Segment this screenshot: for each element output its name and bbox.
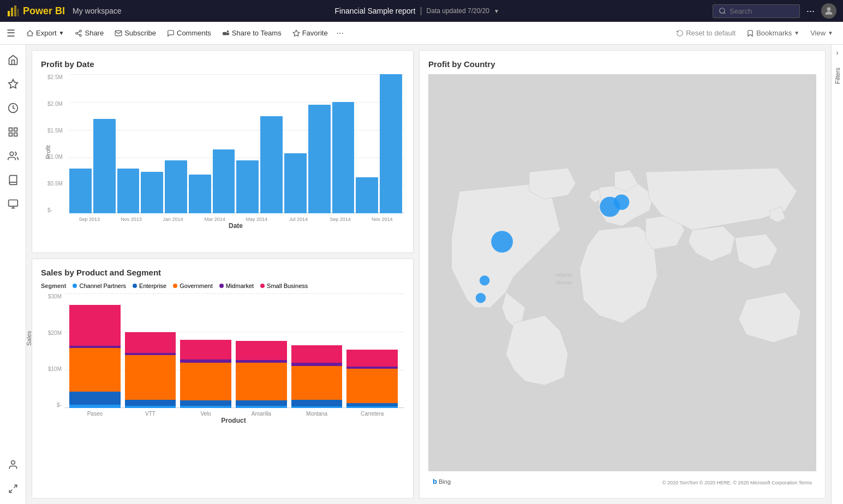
sidebar-item-recent[interactable]: [2, 97, 24, 119]
sales-y-axis-label: Sales: [26, 331, 32, 346]
data-updated-chevron[interactable]: ▼: [494, 8, 499, 14]
content-area: Profit by Date Profit $2.5M $2.0M $1.5M …: [26, 45, 831, 504]
map-container[interactable]: Atlantic Ocean: [428, 74, 816, 488]
top-nav: Power BI My workspace Financial Sample r…: [0, 0, 843, 22]
profit-by-country-title: Profit by Country: [428, 59, 816, 69]
bar-jan2014a[interactable]: [117, 169, 140, 213]
sales-y-20: $20M: [41, 330, 64, 336]
bing-b-icon: b: [433, 477, 437, 485]
bar-jul2014b[interactable]: [260, 116, 283, 214]
search-box[interactable]: [713, 4, 800, 18]
comments-button[interactable]: Comments: [163, 27, 216, 39]
bubble-germany[interactable]: [614, 194, 629, 209]
brand-name: Power BI: [23, 5, 65, 17]
y-label-0: $2.5M: [47, 74, 67, 80]
more-options-button[interactable]: ···: [806, 5, 815, 17]
y-label-5: $-: [47, 207, 67, 213]
bubble-central-america[interactable]: [476, 293, 486, 303]
bubble-canada[interactable]: [491, 231, 513, 253]
home-icon: [8, 55, 19, 65]
y-label-4: $0.5M: [47, 181, 67, 187]
sidebar: [0, 45, 26, 504]
reset-icon: [676, 29, 684, 37]
bar-amarilla[interactable]: [236, 339, 287, 408]
bar-sep2014a[interactable]: [284, 153, 307, 213]
collapse-button[interactable]: ›: [836, 49, 839, 57]
sidebar-item-shared[interactable]: [2, 145, 24, 167]
export-button[interactable]: Export ▼: [22, 27, 68, 39]
sales-x-labels: Paseo VTT Velo Amarilla Montana Carreter…: [65, 411, 402, 417]
bar-nov2014b[interactable]: [356, 177, 378, 213]
bar-sep2013[interactable]: [69, 169, 92, 213]
bar-jul2014a[interactable]: [236, 160, 259, 213]
teams-icon: [222, 29, 230, 37]
legend-small-business-label: Small Business: [267, 283, 308, 289]
svg-point-22: [10, 152, 14, 156]
bar-vtt[interactable]: [125, 332, 176, 409]
legend-enterprise-label: Enterprise: [139, 283, 166, 289]
svg-point-6: [827, 7, 831, 11]
y-label-1: $2.0M: [47, 101, 67, 107]
bar-paseo[interactable]: [69, 299, 121, 409]
export-icon: [26, 29, 34, 37]
bar-jan2015[interactable]: [380, 74, 402, 213]
filters-label[interactable]: Filters: [834, 68, 841, 84]
sidebar-item-learn[interactable]: [2, 169, 24, 191]
bar-may2014a[interactable]: [189, 175, 211, 213]
svg-line-5: [724, 13, 726, 14]
sales-title: Sales by Product and Segment: [41, 268, 404, 277]
star-icon: [8, 79, 19, 89]
share-teams-button[interactable]: Share to Teams: [218, 27, 286, 39]
reset-button[interactable]: Reset to default: [673, 27, 739, 39]
sales-y-0: $-: [41, 402, 64, 408]
svg-rect-18: [9, 128, 12, 131]
bar-may2014b[interactable]: [213, 149, 235, 213]
sales-x-axis-label: Product: [65, 417, 402, 424]
charts-area: Profit by Date Profit $2.5M $2.0M $1.5M …: [26, 45, 831, 504]
xl-may2014: May 2014: [237, 217, 277, 222]
hamburger-menu-icon[interactable]: ☰: [7, 27, 15, 39]
report-info: Financial Sample report | Data updated 7…: [335, 6, 499, 16]
search-input[interactable]: [730, 7, 790, 15]
bar-velo[interactable]: [180, 339, 231, 408]
sidebar-item-expand[interactable]: [2, 478, 24, 500]
bar-montana[interactable]: [291, 345, 343, 409]
xl-vtt: VTT: [125, 411, 176, 417]
bookmarks-chevron: ▼: [794, 30, 799, 36]
sidebar-item-home[interactable]: [2, 49, 24, 71]
svg-rect-12: [223, 32, 226, 35]
channel-partners-dot: [73, 284, 77, 288]
subscribe-button[interactable]: Subscribe: [110, 27, 160, 39]
svg-rect-2: [14, 5, 16, 16]
svg-marker-16: [8, 80, 17, 88]
svg-rect-14: [226, 32, 229, 35]
bar-carretera[interactable]: [346, 349, 398, 408]
bar-jan2014b[interactable]: [141, 172, 163, 214]
sidebar-item-apps[interactable]: [2, 121, 24, 143]
svg-line-10: [77, 33, 80, 34]
bookmarks-button[interactable]: Bookmarks ▼: [743, 27, 803, 39]
favorite-button[interactable]: Favorite: [288, 27, 332, 39]
svg-point-26: [11, 461, 15, 465]
view-button[interactable]: View ▼: [807, 27, 836, 39]
bar-nov2013[interactable]: [93, 119, 116, 213]
svg-rect-19: [14, 128, 17, 131]
segment-label: Segment: [41, 283, 66, 289]
sidebar-item-favorites[interactable]: [2, 73, 24, 95]
bar-sep2014b[interactable]: [308, 105, 331, 213]
svg-line-27: [14, 485, 16, 488]
bar-nov2014a[interactable]: [332, 102, 355, 213]
sidebar-item-profile[interactable]: [2, 454, 24, 476]
workspace-label[interactable]: My workspace: [73, 7, 121, 15]
avatar[interactable]: [821, 3, 836, 19]
toolbar-more[interactable]: ···: [334, 28, 346, 38]
sidebar-item-workspaces[interactable]: [2, 193, 24, 215]
legend-enterprise: Enterprise: [133, 283, 166, 289]
share-button[interactable]: Share: [70, 27, 108, 39]
bar-mar2014[interactable]: [165, 160, 187, 213]
map-copyright: © 2020 TomTom © 2020 HERE. © 2020 Micros…: [662, 480, 812, 485]
svg-rect-23: [8, 200, 17, 207]
legend-midmarket-label: Midmarket: [226, 283, 254, 289]
view-label: View: [810, 29, 826, 37]
bubble-mexico[interactable]: [480, 275, 489, 285]
